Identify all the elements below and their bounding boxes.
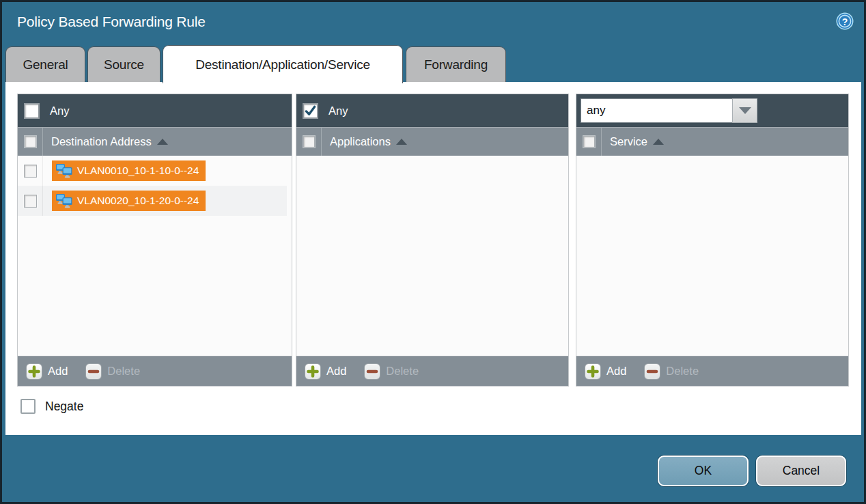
- checkmark-icon: [304, 104, 317, 117]
- negate-checkbox[interactable]: [20, 399, 36, 414]
- help-icon[interactable]: ?: [835, 12, 854, 31]
- service-select-all-checkbox[interactable]: [583, 136, 595, 148]
- destination-select-all-checkbox[interactable]: [25, 136, 36, 148]
- service-dropdown: [581, 98, 757, 123]
- delete-minus-icon: [644, 363, 660, 380]
- cancel-button-label: Cancel: [783, 464, 820, 478]
- service-add-button[interactable]: Add: [585, 363, 626, 380]
- destination-address-chip[interactable]: VLAN0020_10-1-20-0--24: [52, 191, 206, 211]
- delete-label: Delete: [666, 365, 699, 378]
- destination-row[interactable]: VLAN0010_10-1-10-0--24: [18, 156, 287, 186]
- applications-toolbar: Add Delete: [296, 356, 568, 386]
- add-plus-icon: [305, 363, 321, 380]
- service-column-label[interactable]: Service: [610, 135, 647, 148]
- service-dropdown-bar: [576, 94, 848, 127]
- dialog-title: Policy Based Forwarding Rule: [17, 14, 206, 30]
- ok-button-label: OK: [695, 464, 712, 478]
- svg-text:?: ?: [842, 16, 848, 27]
- delete-minus-icon: [85, 363, 102, 380]
- destination-any-bar: Any: [18, 94, 292, 127]
- chevron-down-icon: [739, 107, 751, 114]
- tab-forwarding-label: Forwarding: [424, 57, 488, 72]
- applications-any-label: Any: [329, 104, 348, 117]
- delete-label: Delete: [386, 365, 419, 378]
- add-label: Add: [48, 365, 68, 378]
- destination-row-checkbox[interactable]: [24, 195, 37, 208]
- row-checkbox-cell: [18, 186, 43, 216]
- delete-label: Delete: [107, 365, 140, 378]
- service-dropdown-button[interactable]: [732, 98, 757, 123]
- negate-row: Negate: [20, 399, 83, 414]
- destination-any-checkbox[interactable]: [25, 104, 39, 118]
- delete-minus-icon: [364, 363, 380, 380]
- ok-button[interactable]: OK: [658, 456, 749, 486]
- service-header-checkbox-cell: [576, 128, 602, 156]
- destination-any-label: Any: [50, 104, 69, 117]
- applications-select-all-checkbox[interactable]: [303, 136, 315, 148]
- destination-header-checkbox-cell: [18, 128, 43, 156]
- tab-source-label: Source: [104, 57, 144, 72]
- sort-asc-icon: [157, 139, 168, 145]
- sort-asc-icon: [396, 139, 407, 145]
- network-address-icon: [55, 163, 73, 178]
- tab-forwarding[interactable]: Forwarding: [406, 46, 506, 82]
- service-delete-button[interactable]: Delete: [644, 363, 699, 380]
- applications-any-checkbox[interactable]: [303, 104, 318, 118]
- network-address-icon: [55, 193, 73, 208]
- applications-any-bar: Any: [296, 94, 568, 127]
- destination-row-checkbox[interactable]: [24, 165, 37, 178]
- service-panel: Service Add Delete: [576, 94, 849, 387]
- add-label: Add: [606, 365, 626, 378]
- service-list: [576, 156, 848, 356]
- tab-general[interactable]: General: [5, 46, 85, 82]
- add-label: Add: [326, 365, 346, 378]
- tab-general-label: General: [23, 57, 68, 72]
- add-plus-icon: [26, 363, 42, 380]
- destination-address-panel: Any Destination Address: [17, 94, 292, 387]
- tab-das-label: Destination/Application/Service: [195, 57, 370, 72]
- service-column-header: Service: [576, 127, 848, 156]
- destination-delete-button[interactable]: Delete: [85, 363, 140, 380]
- row-checkbox-cell: [18, 156, 43, 186]
- add-plus-icon: [585, 363, 601, 380]
- service-dropdown-input[interactable]: [581, 98, 732, 123]
- destination-address-chip[interactable]: VLAN0010_10-1-10-0--24: [52, 160, 206, 181]
- applications-add-button[interactable]: Add: [305, 363, 346, 380]
- service-toolbar: Add Delete: [576, 356, 848, 386]
- destination-column-header: Destination Address: [18, 127, 292, 156]
- tab-source[interactable]: Source: [87, 46, 160, 82]
- destination-column-label[interactable]: Destination Address: [51, 135, 152, 148]
- applications-column-header: Applications: [296, 127, 568, 156]
- applications-header-checkbox-cell: [296, 128, 322, 156]
- destination-row[interactable]: VLAN0020_10-1-20-0--24: [18, 186, 287, 216]
- tab-destination-application-service[interactable]: Destination/Application/Service: [163, 45, 403, 83]
- cancel-button[interactable]: Cancel: [756, 456, 846, 486]
- destination-toolbar: Add Delete: [18, 356, 292, 386]
- destination-add-button[interactable]: Add: [26, 363, 68, 380]
- destination-row-label: VLAN0010_10-1-10-0--24: [77, 165, 199, 177]
- applications-list: [296, 156, 568, 356]
- destination-row-label: VLAN0020_10-1-20-0--24: [77, 195, 199, 207]
- negate-label: Negate: [45, 400, 83, 414]
- applications-panel: Any Applications Add: [296, 94, 569, 387]
- sort-asc-icon: [653, 139, 664, 145]
- applications-column-label[interactable]: Applications: [330, 135, 391, 148]
- tab-content-area: Any Destination Address: [5, 82, 861, 435]
- destination-list: VLAN0010_10-1-10-0--24: [18, 156, 292, 356]
- applications-delete-button[interactable]: Delete: [364, 363, 419, 380]
- policy-based-forwarding-dialog: Policy Based Forwarding Rule ? General S…: [0, 0, 866, 504]
